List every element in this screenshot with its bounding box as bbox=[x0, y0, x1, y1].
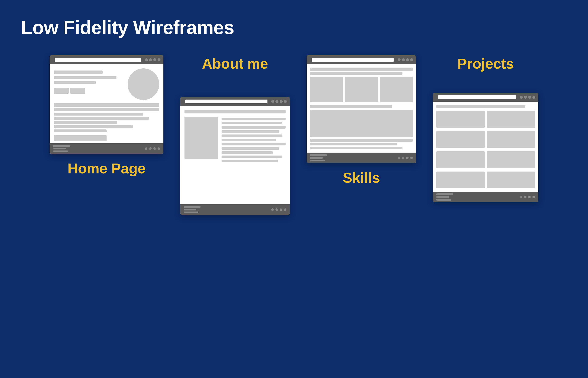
browser-footer-home bbox=[50, 143, 163, 154]
dot bbox=[149, 58, 152, 61]
bar bbox=[54, 135, 107, 141]
projects-box bbox=[436, 172, 485, 188]
dot bbox=[280, 208, 282, 211]
dot bbox=[520, 196, 522, 198]
wireframe-label-projects: Projects bbox=[457, 55, 514, 72]
wireframe-about bbox=[180, 97, 290, 215]
wireframe-projects bbox=[433, 93, 538, 202]
projects-box bbox=[436, 151, 485, 168]
dot bbox=[398, 157, 400, 159]
projects-row-4 bbox=[436, 172, 535, 188]
dot bbox=[271, 208, 274, 211]
dot bbox=[528, 96, 531, 99]
bar bbox=[54, 88, 69, 94]
projects-box bbox=[436, 131, 485, 148]
url-bar bbox=[55, 58, 141, 62]
url-bar bbox=[312, 58, 394, 62]
projects-box bbox=[436, 111, 485, 128]
dot bbox=[149, 147, 152, 150]
bar bbox=[54, 103, 159, 107]
skills-grid bbox=[310, 77, 413, 102]
bar bbox=[222, 135, 282, 137]
bar bbox=[222, 151, 273, 154]
bar bbox=[54, 81, 96, 84]
bar bbox=[54, 125, 133, 128]
browser-bar-home bbox=[50, 55, 163, 64]
footer-line bbox=[184, 209, 196, 210]
footer-line bbox=[53, 145, 70, 147]
bar bbox=[310, 139, 413, 142]
dot bbox=[520, 96, 523, 99]
dot bbox=[402, 157, 404, 159]
bar bbox=[222, 122, 282, 124]
browser-dots bbox=[520, 96, 535, 99]
about-content bbox=[180, 106, 290, 204]
skills-content bbox=[307, 64, 416, 153]
dot bbox=[398, 58, 401, 61]
dot bbox=[406, 157, 408, 159]
dot bbox=[406, 58, 409, 61]
browser-footer-skills bbox=[307, 153, 416, 163]
home-text-lines bbox=[54, 68, 123, 100]
footer-dots bbox=[271, 208, 286, 211]
bar bbox=[310, 143, 397, 146]
skills-bottom-bars bbox=[310, 139, 413, 149]
dot bbox=[410, 58, 413, 61]
about-row bbox=[184, 117, 286, 162]
url-bar bbox=[438, 95, 516, 99]
dot bbox=[524, 96, 527, 99]
projects-row-3 bbox=[436, 151, 535, 168]
skills-big-box bbox=[310, 110, 413, 137]
dot bbox=[280, 100, 283, 103]
bar bbox=[54, 113, 143, 116]
projects-row-2 bbox=[436, 131, 535, 148]
browser-bar-skills bbox=[307, 55, 416, 64]
url-bar bbox=[185, 100, 267, 103]
footer-line bbox=[310, 154, 327, 156]
footer-line bbox=[436, 199, 451, 201]
footer-lines bbox=[53, 145, 70, 152]
bar bbox=[222, 143, 286, 146]
wireframe-home bbox=[50, 55, 163, 154]
browser-bar-projects bbox=[433, 93, 538, 102]
home-avatar-circle bbox=[128, 68, 159, 100]
dot bbox=[145, 58, 148, 61]
dot bbox=[402, 58, 405, 61]
dot bbox=[284, 208, 286, 211]
dot bbox=[153, 147, 156, 150]
footer-line bbox=[436, 196, 449, 198]
footer-line bbox=[184, 206, 200, 208]
footer-dots bbox=[398, 157, 413, 159]
skills-box bbox=[380, 77, 413, 102]
browser-footer-about bbox=[180, 204, 290, 215]
dot bbox=[276, 208, 278, 211]
browser-dots bbox=[398, 58, 413, 61]
projects-box bbox=[487, 151, 535, 168]
dot bbox=[532, 196, 535, 198]
footer-line bbox=[53, 148, 66, 149]
bar bbox=[222, 156, 282, 158]
footer-line bbox=[184, 212, 198, 213]
skills-box bbox=[310, 77, 343, 102]
home-header bbox=[54, 68, 159, 100]
wireframe-group-about: About me bbox=[180, 55, 290, 215]
footer-lines bbox=[310, 154, 327, 162]
footer-dots bbox=[520, 196, 535, 198]
dot bbox=[532, 96, 535, 99]
home-content bbox=[50, 64, 163, 143]
bar bbox=[70, 88, 85, 94]
about-text-lines bbox=[222, 117, 286, 162]
footer-lines bbox=[184, 206, 200, 213]
bar bbox=[54, 108, 159, 111]
dot bbox=[271, 100, 274, 103]
projects-box bbox=[487, 172, 535, 188]
wireframe-label-skills: Skills bbox=[343, 169, 380, 186]
wireframe-group-home: Home Page bbox=[50, 55, 163, 176]
dot bbox=[145, 147, 147, 150]
bar bbox=[222, 126, 286, 129]
home-section bbox=[54, 103, 159, 141]
skills-section bbox=[310, 105, 413, 137]
bar bbox=[54, 70, 103, 74]
bar bbox=[184, 110, 286, 113]
footer-line bbox=[436, 193, 453, 195]
